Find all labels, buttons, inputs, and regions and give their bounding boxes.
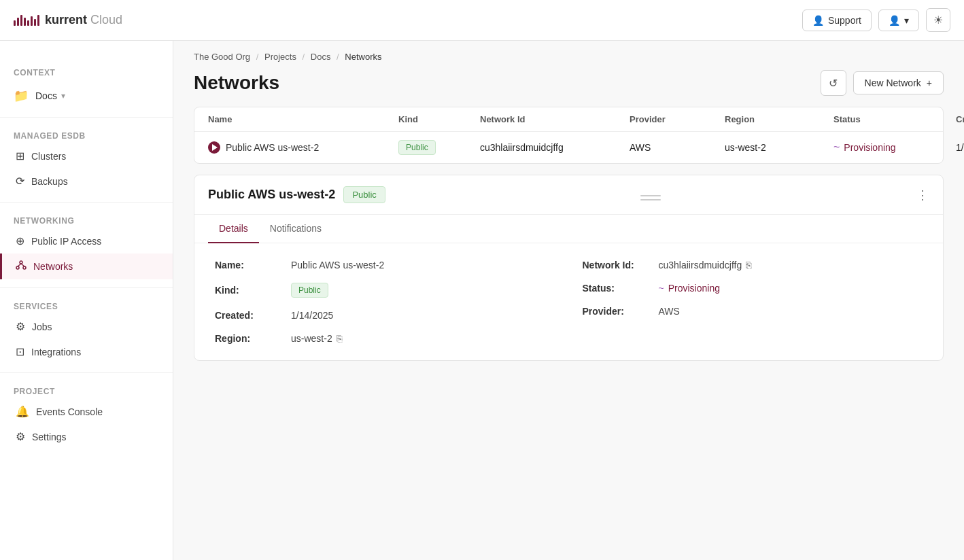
table-header: Name Kind Network Id Provider Region Sta… bbox=[194, 107, 943, 132]
status-cell: ~ Provisioning bbox=[833, 141, 956, 154]
sidebar-item-clusters[interactable]: ⊞ Clusters bbox=[0, 143, 173, 169]
backups-label: Backups bbox=[31, 176, 68, 187]
theme-toggle-button[interactable]: ☀ bbox=[926, 8, 950, 32]
created-cell: 1/14/2025 bbox=[956, 142, 964, 153]
tab-details[interactable]: Details bbox=[208, 215, 259, 243]
breadcrumb-projects[interactable]: Projects bbox=[264, 52, 296, 62]
user-menu-button[interactable]: 👤 ▾ bbox=[878, 10, 919, 31]
sun-icon: ☀ bbox=[933, 14, 943, 26]
right-fields: Network Id: cu3hlaiirsdmuidcjffg ⎘ Statu… bbox=[583, 260, 923, 344]
detail-tabs: Details Notifications bbox=[194, 215, 943, 243]
sidebar-divider-3 bbox=[0, 287, 173, 288]
context-selector: 📁 Docs ▾ bbox=[0, 83, 173, 109]
user-icon: 👤 bbox=[889, 15, 900, 26]
page-title: Networks bbox=[194, 72, 279, 94]
settings-label: Settings bbox=[32, 432, 67, 442]
kind-badge: Public bbox=[398, 140, 436, 155]
network-name-cell: Public AWS us-west-2 bbox=[208, 141, 398, 154]
breadcrumb-org[interactable]: The Good Org bbox=[194, 52, 250, 62]
svg-point-0 bbox=[20, 261, 22, 264]
sidebar-divider-4 bbox=[0, 372, 173, 373]
services-title: Services bbox=[0, 296, 173, 314]
jobs-icon: ⚙ bbox=[16, 320, 25, 333]
network-icon bbox=[16, 260, 27, 273]
logo-icon bbox=[14, 15, 39, 26]
settings-icon: ⚙ bbox=[16, 430, 25, 443]
breadcrumb-docs[interactable]: Docs bbox=[311, 52, 331, 62]
page-actions: ↺ New Network + bbox=[821, 70, 944, 96]
support-button[interactable]: 👤 Support bbox=[802, 10, 872, 31]
detail-fields: Name: Public AWS us-west-2 Kind: Public … bbox=[194, 243, 943, 360]
refresh-icon: ↺ bbox=[829, 77, 838, 90]
support-icon: 👤 bbox=[812, 15, 824, 26]
public-ip-access-label: Public IP Access bbox=[31, 236, 101, 247]
jobs-label: Jobs bbox=[32, 321, 52, 332]
sidebar-item-jobs[interactable]: ⚙ Jobs bbox=[0, 314, 173, 339]
field-kind: Kind: Public bbox=[215, 283, 555, 298]
project-title: Project bbox=[0, 381, 173, 399]
left-fields: Name: Public AWS us-west-2 Kind: Public … bbox=[215, 260, 555, 344]
sidebar-divider bbox=[0, 117, 173, 118]
new-network-button[interactable]: New Network + bbox=[853, 71, 944, 94]
network-name: Public AWS us-west-2 bbox=[226, 142, 319, 153]
plus-icon: + bbox=[927, 77, 932, 88]
status-spinner-icon: ~ bbox=[833, 141, 840, 154]
network-id-copy-icon[interactable]: ⎘ bbox=[746, 260, 751, 270]
context-dropdown[interactable]: Docs ▾ bbox=[35, 90, 65, 101]
col-provider: Provider bbox=[630, 114, 725, 124]
sidebar-item-backups[interactable]: ⟳ Backups bbox=[0, 169, 173, 194]
sidebar-item-settings[interactable]: ⚙ Settings bbox=[0, 424, 173, 449]
sidebar-item-networks[interactable]: Networks bbox=[0, 253, 173, 279]
header: kurrent Cloud 👤 Support 👤 ▾ ☀ bbox=[0, 0, 964, 41]
main-layout: Context 📁 Docs ▾ Managed ESDB ⊞ Clusters… bbox=[0, 41, 964, 560]
field-region: Region: us-west-2 ⎘ bbox=[215, 333, 555, 344]
networks-table-panel: Name Kind Network Id Provider Region Sta… bbox=[194, 107, 944, 164]
clusters-label: Clusters bbox=[31, 151, 66, 162]
sidebar-item-public-ip-access[interactable]: ⊕ Public IP Access bbox=[0, 228, 173, 253]
svg-line-3 bbox=[18, 264, 21, 266]
region-cell: us-west-2 bbox=[725, 142, 833, 153]
svg-line-4 bbox=[21, 264, 24, 266]
col-created: Created bbox=[956, 114, 964, 124]
sidebar-divider-2 bbox=[0, 202, 173, 203]
detail-status-spinner-icon: ~ bbox=[659, 283, 664, 294]
detail-panel-header: Public AWS us-west-2 Public ⋮ bbox=[194, 175, 943, 215]
sidebar-item-events-console[interactable]: 🔔 Events Console bbox=[0, 399, 173, 424]
clusters-icon: ⊞ bbox=[16, 150, 24, 162]
status-text: Provisioning bbox=[844, 142, 895, 153]
folder-icon: 📁 bbox=[14, 88, 29, 103]
refresh-button[interactable]: ↺ bbox=[821, 70, 846, 96]
chevron-down-icon: ▾ bbox=[904, 15, 909, 26]
detail-actions-menu[interactable]: ⋮ bbox=[916, 188, 929, 203]
header-right: 👤 Support 👤 ▾ ☀ bbox=[802, 8, 950, 32]
globe-icon: ⊕ bbox=[16, 234, 24, 247]
col-name: Name bbox=[208, 114, 398, 124]
tab-notifications[interactable]: Notifications bbox=[259, 215, 332, 243]
table-row[interactable]: Public AWS us-west-2 Public cu3hlaiirsdm… bbox=[194, 132, 943, 163]
networks-label: Networks bbox=[33, 261, 73, 272]
chevron-down-icon: ▾ bbox=[61, 91, 65, 101]
field-created: Created: 1/14/2025 bbox=[215, 310, 555, 321]
field-status: Status: ~ Provisioning bbox=[583, 283, 923, 294]
region-copy-icon[interactable]: ⎘ bbox=[337, 333, 342, 344]
logo-text: kurrent Cloud bbox=[45, 13, 122, 27]
integrations-icon: ⊡ bbox=[16, 345, 24, 358]
detail-title: Public AWS us-west-2 bbox=[208, 188, 335, 202]
main-content: The Good Org / Projects / Docs / Network… bbox=[173, 41, 964, 560]
kind-detail-badge: Public bbox=[291, 283, 328, 298]
networking-title: Networking bbox=[0, 211, 173, 228]
kind-cell: Public bbox=[398, 140, 480, 155]
sidebar-item-integrations[interactable]: ⊡ Integrations bbox=[0, 339, 173, 364]
drag-handle[interactable] bbox=[640, 195, 661, 200]
provider-cell: AWS bbox=[630, 142, 725, 153]
field-provider: Provider: AWS bbox=[583, 306, 923, 317]
network-row-icon bbox=[208, 141, 220, 154]
detail-kind-badge: Public bbox=[343, 186, 385, 203]
field-network-id: Network Id: cu3hlaiirsdmuidcjffg ⎘ bbox=[583, 260, 923, 270]
svg-point-2 bbox=[23, 266, 26, 269]
detail-status-text: Provisioning bbox=[668, 283, 720, 294]
events-console-label: Events Console bbox=[36, 406, 103, 417]
col-network-id: Network Id bbox=[480, 114, 630, 124]
col-kind: Kind bbox=[398, 114, 480, 124]
integrations-label: Integrations bbox=[31, 347, 81, 357]
